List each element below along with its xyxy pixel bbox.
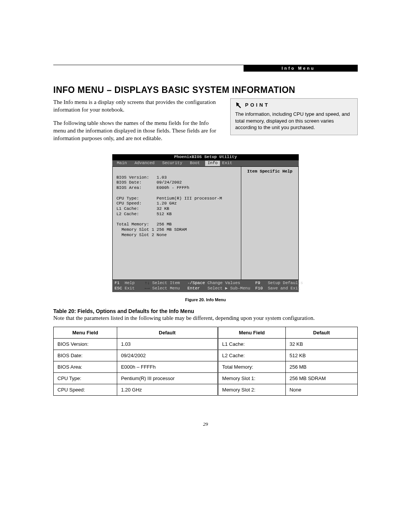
table-cell: E000h – FFFFh (117, 361, 218, 373)
intro-p1: The Info menu is a display only screens … (53, 98, 219, 114)
table-cell: Pentium(R) III processor (117, 373, 218, 384)
table-cell: CPU Speed: (54, 384, 117, 396)
table-header: Menu Field (54, 327, 117, 339)
bios-fields: BIOS Version: 1.03 BIOS Date: 09/24/2002… (113, 166, 241, 280)
intro-text: The Info menu is a display only screens … (53, 98, 219, 147)
table-cell: 32 KB (285, 339, 357, 350)
table-cell: Total Memory: (218, 361, 285, 373)
table-cell: 256 MB (285, 361, 357, 373)
point-icon (235, 102, 242, 109)
table-cell: BIOS Date: (54, 350, 117, 361)
figure-caption: Figure 20. Info Menu (53, 297, 358, 302)
table-cell: None (285, 384, 357, 396)
bios-menu-item: Security (160, 161, 188, 166)
table-cell: CPU Type: (54, 373, 117, 384)
table-note: Note that the parameters listed in the f… (53, 315, 358, 321)
table-cell: Memory Slot 2: (218, 384, 285, 396)
table-row: BIOS Date:09/24/2002L2 Cache:512 KB (54, 350, 358, 361)
point-text: The information, including CPU type and … (235, 111, 353, 131)
table-cell: 09/24/2002 (117, 350, 218, 361)
point-label: POINT (245, 102, 270, 109)
bios-menu: MainAdvancedSecurityBootInfoExit (112, 160, 299, 166)
table-cell: Memory Slot 1: (218, 373, 285, 384)
table-cell: 1.03 (117, 339, 218, 350)
page-number: 29 (0, 421, 411, 427)
table-title: Table 20: Fields, Options and Defaults f… (53, 308, 358, 314)
table-row: BIOS Version:1.03L1 Cache:32 KB (54, 339, 358, 350)
table-cell: BIOS Version: (54, 339, 117, 350)
bios-menu-item: Main (115, 161, 132, 166)
bios-help-title: Item Specific Help (241, 166, 298, 280)
table-row: BIOS Area:E000h – FFFFhTotal Memory:256 … (54, 361, 358, 373)
page-title: INFO MENU – DISPLAYS BASIC SYSTEM INFORM… (53, 85, 358, 95)
table-cell: L2 Cache: (218, 350, 285, 361)
bios-menu-item: Info (205, 161, 220, 166)
table-cell: L1 Cache: (218, 339, 285, 350)
table-header: Menu Field (218, 327, 285, 339)
table-row: CPU Type:Pentium(R) III processorMemory … (54, 373, 358, 384)
table-cell: 1.20 GHz (117, 384, 218, 396)
table-cell: 256 MB SDRAM (285, 373, 357, 384)
bios-menu-item: Boot (188, 161, 205, 166)
section-header: Info Menu (244, 65, 358, 72)
bios-screenshot: PhoenixBIOS Setup Utility MainAdvancedSe… (112, 154, 299, 292)
table-cell: BIOS Area: (54, 361, 117, 373)
bios-title: PhoenixBIOS Setup Utility (112, 154, 299, 160)
point-callout: POINT The information, including CPU typ… (230, 98, 358, 135)
bios-menu-item: Advanced (132, 161, 160, 166)
fields-table: Menu FieldDefaultMenu FieldDefaultBIOS V… (53, 327, 358, 396)
intro-p2: The following table shows the names of t… (53, 119, 219, 142)
bios-footer: F1 Help ↑↓ Select Item -/Space Change Va… (112, 280, 299, 292)
table-cell: 512 KB (285, 350, 357, 361)
table-header: Default (285, 327, 357, 339)
table-row: CPU Speed:1.20 GHzMemory Slot 2:None (54, 384, 358, 396)
bios-menu-item: Exit (220, 161, 237, 166)
table-header: Default (117, 327, 218, 339)
